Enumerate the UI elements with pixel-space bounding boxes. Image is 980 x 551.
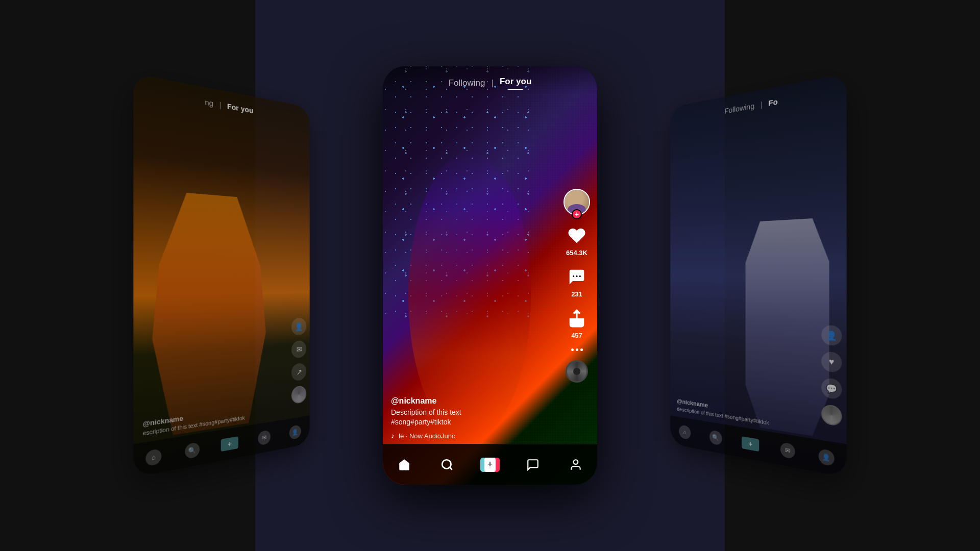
right-like-icon[interactable]: ♥ — [821, 351, 842, 373]
bottom-navigation: + — [383, 444, 597, 485]
svg-point-1 — [576, 276, 577, 277]
right-action-bar: 👤 ♥ 💬 — [821, 325, 842, 427]
main-following-tab[interactable]: Following — [449, 78, 485, 88]
music-note-icon: ♪ — [391, 432, 395, 440]
nav-inbox[interactable] — [511, 458, 554, 471]
right-nav-inbox[interactable]: ✉ — [780, 442, 795, 459]
music-name: le · Now AudioJunc — [399, 432, 455, 440]
more-dots-icon — [571, 348, 583, 351]
video-description: Description of this text #song#party#tik… — [391, 408, 561, 428]
right-phone: Following | Fo 👤 ♥ 💬 @nickname descripti… — [670, 73, 846, 478]
creator-avatar-container: + — [564, 189, 590, 215]
main-phone: Following | For you + 654.3K — [383, 66, 597, 485]
left-action-bar: 👤 ✉ ↗ — [291, 318, 306, 405]
left-phone: ng | For you 👤 ✉ ↗ @nickname escription … — [133, 73, 309, 478]
like-action: 654.3K — [566, 224, 588, 257]
left-nav-search[interactable]: 🔍 — [185, 442, 200, 459]
right-foryou-tab[interactable]: Fo — [768, 97, 777, 108]
add-btn-center: + — [484, 458, 496, 472]
left-nav-home[interactable]: ⌂ — [146, 448, 162, 467]
right-separator: | — [761, 100, 763, 109]
main-separator: | — [492, 78, 494, 88]
dot-1 — [571, 348, 574, 351]
right-nav-add[interactable]: + — [742, 436, 759, 452]
comment-button[interactable] — [566, 266, 588, 288]
like-button[interactable] — [566, 224, 588, 247]
svg-point-0 — [573, 276, 574, 277]
nav-add[interactable]: + — [469, 457, 511, 472]
svg-point-4 — [442, 460, 451, 468]
right-nav-search[interactable]: 🔍 — [709, 430, 722, 445]
right-nav-home[interactable]: ⌂ — [679, 424, 691, 440]
comment-action: 231 — [566, 266, 588, 298]
right-comment-icon[interactable]: 💬 — [821, 378, 842, 400]
nav-home[interactable] — [383, 458, 426, 471]
share-count: 457 — [571, 332, 582, 339]
main-nav-tabs: Following | For you — [383, 77, 597, 90]
right-phone-content: Following | Fo 👤 ♥ 💬 @nickname descripti… — [670, 73, 846, 478]
left-phone-content: ng | For you 👤 ✉ ↗ @nickname escription … — [133, 73, 309, 478]
svg-point-6 — [574, 460, 578, 464]
left-share-icon[interactable]: ↗ — [291, 363, 306, 382]
share-action: 457 — [566, 307, 588, 339]
dot-2 — [576, 348, 578, 351]
comment-count: 231 — [571, 290, 582, 298]
phone-header: Following | For you — [383, 66, 597, 95]
video-username[interactable]: @nickname — [391, 396, 561, 406]
left-nav-profile[interactable]: 👤 — [289, 424, 301, 440]
left-nav-add[interactable]: + — [221, 436, 238, 452]
music-disc[interactable] — [566, 360, 588, 383]
dot-3 — [580, 348, 583, 351]
action-bar: + 654.3K 231 — [564, 189, 590, 383]
right-nav-profile[interactable]: 👤 — [818, 448, 834, 467]
nav-search[interactable] — [426, 458, 469, 471]
left-nav-inbox[interactable]: ✉ — [258, 430, 271, 445]
bottom-info: @nickname Description of this text #song… — [391, 396, 561, 440]
follow-plus-button[interactable]: + — [572, 209, 582, 219]
active-tab-underline — [508, 89, 523, 90]
left-inbox-icon[interactable]: ✉ — [291, 340, 306, 359]
left-following-tab[interactable]: ng — [205, 97, 213, 108]
left-separator: | — [219, 100, 222, 109]
main-foryou-tab[interactable]: For you — [500, 77, 531, 86]
svg-line-5 — [450, 467, 452, 470]
left-profile-icon[interactable]: 👤 — [291, 318, 306, 336]
add-video-button[interactable]: + — [479, 457, 501, 472]
like-count: 654.3K — [566, 249, 587, 257]
share-button[interactable] — [566, 307, 588, 330]
music-bar: ♪ le · Now AudioJunc — [391, 432, 561, 440]
nav-profile[interactable] — [554, 458, 597, 471]
right-profile-icon[interactable]: 👤 — [821, 325, 842, 346]
svg-point-2 — [579, 276, 581, 277]
more-action[interactable] — [571, 348, 583, 351]
